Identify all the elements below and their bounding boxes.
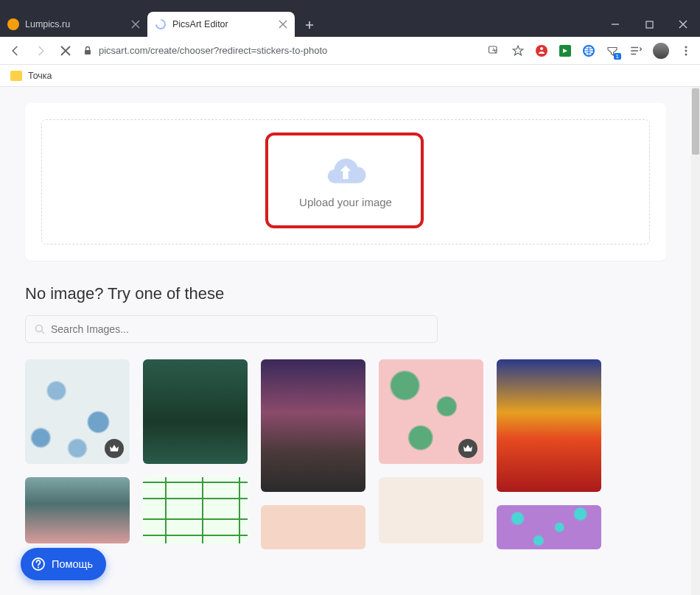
gallery-thumb[interactable]	[143, 359, 248, 464]
search-box[interactable]	[25, 315, 438, 343]
svg-point-14	[38, 567, 39, 568]
browser-tab-picsart[interactable]: PicsArt Editor	[147, 12, 295, 37]
upload-card: Upload your image	[25, 103, 666, 261]
bookmark-item[interactable]: Точка	[28, 71, 52, 81]
gallery-thumb[interactable]	[497, 359, 601, 492]
forward-button[interactable]	[32, 43, 49, 59]
address-bar: picsart.com/create/chooser?redirect=stic…	[0, 37, 700, 65]
extension-icon-4[interactable]: 1	[606, 44, 619, 57]
tab-title: Lumpics.ru	[25, 19, 70, 29]
svg-point-0	[156, 20, 165, 29]
gallery-thumb[interactable]	[25, 477, 130, 543]
new-tab-button[interactable]	[299, 15, 320, 35]
premium-badge-icon	[105, 439, 124, 458]
extension-icon-3[interactable]	[582, 44, 595, 57]
stop-reload-button[interactable]	[57, 43, 74, 59]
section-heading: No image? Try one of these	[25, 284, 666, 303]
lock-icon	[83, 46, 93, 56]
svg-point-8	[685, 46, 687, 48]
upload-dropzone[interactable]: Upload your image	[41, 119, 650, 244]
extension-icon-1[interactable]	[535, 44, 548, 57]
bookmarks-bar: Точка	[0, 65, 700, 87]
maximize-button[interactable]	[632, 12, 666, 37]
search-icon	[35, 324, 45, 334]
gallery-thumb[interactable]	[25, 359, 130, 464]
page-content: Upload your image No image? Try one of t…	[0, 87, 691, 595]
gallery-thumb[interactable]	[379, 359, 483, 464]
back-button[interactable]	[7, 43, 24, 59]
menu-icon[interactable]	[679, 44, 693, 57]
svg-point-9	[685, 49, 687, 52]
cloud-upload-icon	[323, 156, 368, 189]
upload-label: Upload your image	[299, 196, 392, 208]
url-field[interactable]: picsart.com/create/chooser?redirect=stic…	[83, 45, 479, 56]
url-text: picsart.com/create/chooser?redirect=stic…	[99, 45, 327, 56]
translate-icon[interactable]	[488, 44, 501, 57]
extension-icon-2[interactable]	[559, 44, 572, 57]
gallery-thumb[interactable]	[143, 477, 248, 543]
gallery-thumb[interactable]	[261, 505, 365, 549]
close-icon[interactable]	[131, 20, 140, 29]
scrollbar-thumb[interactable]	[692, 88, 699, 155]
gallery-thumb[interactable]	[261, 359, 365, 492]
browser-tab-lumpics[interactable]: Lumpics.ru	[0, 12, 147, 37]
minimize-button[interactable]	[598, 12, 632, 37]
svg-rect-1	[646, 21, 653, 28]
help-label: Помощь	[52, 558, 93, 570]
svg-point-4	[536, 45, 547, 57]
reading-list-icon[interactable]	[629, 44, 643, 57]
profile-avatar[interactable]	[653, 43, 669, 59]
svg-point-5	[540, 47, 543, 50]
help-icon	[31, 557, 46, 571]
search-input[interactable]	[51, 323, 428, 335]
svg-rect-2	[85, 50, 91, 54]
gallery-thumb[interactable]	[379, 477, 483, 543]
sample-images-section: No image? Try one of these	[25, 284, 666, 343]
gallery-thumb[interactable]	[497, 505, 601, 549]
close-icon[interactable]	[279, 20, 287, 29]
folder-icon	[10, 71, 22, 81]
scrollbar[interactable]	[691, 87, 700, 595]
svg-point-12	[36, 325, 43, 332]
star-icon[interactable]	[511, 44, 525, 57]
tab-title: PicsArt Editor	[172, 19, 228, 29]
loading-spinner-icon	[155, 18, 167, 30]
premium-badge-icon	[458, 439, 477, 458]
help-button[interactable]: Помощь	[21, 548, 106, 580]
window-titlebar: Lumpics.ru PicsArt Editor	[0, 0, 700, 37]
close-window-button[interactable]	[666, 12, 700, 37]
favicon-icon	[7, 18, 19, 30]
image-gallery	[25, 359, 666, 549]
svg-point-10	[685, 53, 687, 55]
